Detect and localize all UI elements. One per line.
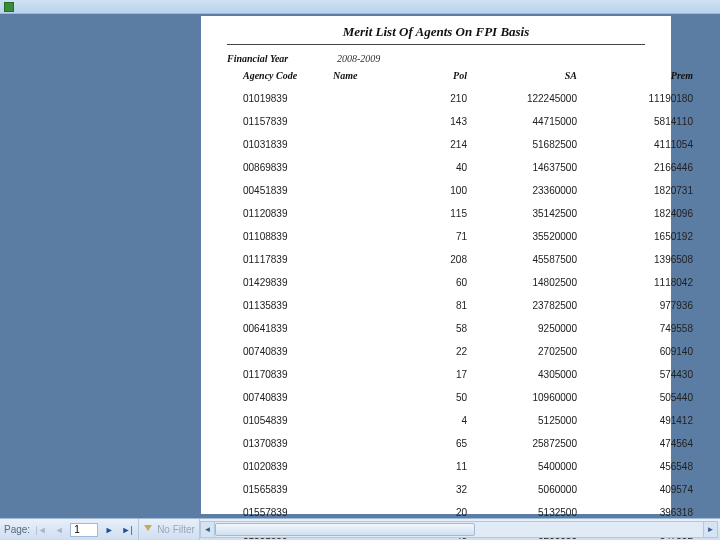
cell-sa: 14637500 (473, 158, 583, 177)
financial-year-row: Financial Year 2008-2009 (201, 51, 671, 70)
financial-year-label: Financial Year (227, 53, 337, 64)
cell-name (333, 319, 423, 338)
cell-name (333, 158, 423, 177)
title-bar (0, 0, 720, 14)
cell-name (333, 480, 423, 499)
app-icon (4, 2, 14, 12)
nav-next-icon[interactable]: ► (102, 523, 116, 537)
status-bar: Page: |◄ ◄ ► ►| No Filter ◄ ► (0, 518, 720, 540)
cell-name (333, 411, 423, 430)
cell-name (333, 365, 423, 384)
cell-sa: 2702500 (473, 342, 583, 361)
col-pol: Pol (423, 70, 473, 81)
col-agency-code: Agency Code (243, 70, 333, 81)
col-sa: SA (473, 70, 583, 81)
cell-sa: 9250000 (473, 319, 583, 338)
cell-sa: 35142500 (473, 204, 583, 223)
cell-sa: 51682500 (473, 135, 583, 154)
cell-prem: 977936 (583, 296, 693, 315)
cell-code: 01108839 (243, 227, 333, 246)
cell-prem: 1118042 (583, 273, 693, 292)
cell-code: 01429839 (243, 273, 333, 292)
cell-prem: 609140 (583, 342, 693, 361)
nav-prev-icon[interactable]: ◄ (52, 523, 66, 537)
table-row: 01117839208455875001396508 (201, 248, 671, 271)
report-page: Merit List Of Agents On FPI Basis Financ… (201, 16, 671, 514)
cell-code: 01370839 (243, 434, 333, 453)
cell-code: 01557839 (243, 503, 333, 522)
cell-code: 01054839 (243, 411, 333, 430)
scroll-thumb[interactable] (215, 523, 475, 536)
cell-code: 00869839 (243, 158, 333, 177)
cell-pol: 115 (423, 204, 473, 223)
table-row: 011358398123782500977936 (201, 294, 671, 317)
cell-pol: 11 (423, 457, 473, 476)
cell-sa: 23782500 (473, 296, 583, 315)
cell-pol: 210 (423, 89, 473, 108)
cell-prem: 4111054 (583, 135, 693, 154)
cell-code: 00740839 (243, 342, 333, 361)
table-row: 01031839214516825004111054 (201, 133, 671, 156)
table-row: 007408395010960000505440 (201, 386, 671, 409)
table-row: 01157839143447150005814110 (201, 110, 671, 133)
table-row: 0101983921012224500011190180 (201, 87, 671, 110)
cell-pol: 60 (423, 273, 473, 292)
table-row: 013708396525872500474564 (201, 432, 671, 455)
cell-name (333, 181, 423, 200)
cell-pol: 100 (423, 181, 473, 200)
table-row: 0086983940146375002166446 (201, 156, 671, 179)
cell-sa: 44715000 (473, 112, 583, 131)
table-row: 01020839115400000456548 (201, 455, 671, 478)
cell-code: 01170839 (243, 365, 333, 384)
cell-prem: 505440 (583, 388, 693, 407)
table-row: 0105483945125000491412 (201, 409, 671, 432)
cell-sa: 5060000 (473, 480, 583, 499)
nav-last-icon[interactable]: ►| (120, 523, 134, 537)
table-row: 0110883971355200001650192 (201, 225, 671, 248)
cell-prem: 396318 (583, 503, 693, 522)
table-row: 00740839222702500609140 (201, 340, 671, 363)
cell-name (333, 227, 423, 246)
page-label: Page: (4, 524, 30, 535)
cell-prem: 749558 (583, 319, 693, 338)
cell-name (333, 388, 423, 407)
cell-prem: 409574 (583, 480, 693, 499)
cell-prem: 574430 (583, 365, 693, 384)
cell-pol: 50 (423, 388, 473, 407)
cell-sa: 122245000 (473, 89, 583, 108)
cell-prem: 11190180 (583, 89, 693, 108)
cell-name (333, 273, 423, 292)
cell-prem: 474564 (583, 434, 693, 453)
page-navigator: Page: |◄ ◄ ► ►| (0, 519, 139, 540)
table-row: 00641839589250000749558 (201, 317, 671, 340)
cell-pol: 32 (423, 480, 473, 499)
cell-sa: 4305000 (473, 365, 583, 384)
cell-sa: 45587500 (473, 250, 583, 269)
cell-code: 01020839 (243, 457, 333, 476)
cell-code: 01117839 (243, 250, 333, 269)
cell-pol: 81 (423, 296, 473, 315)
cell-prem: 2166446 (583, 158, 693, 177)
cell-code: 01019839 (243, 89, 333, 108)
cell-prem: 491412 (583, 411, 693, 430)
cell-sa: 25872500 (473, 434, 583, 453)
cell-prem: 1650192 (583, 227, 693, 246)
cell-sa: 10960000 (473, 388, 583, 407)
report-title: Merit List Of Agents On FPI Basis (201, 16, 671, 44)
horizontal-scrollbar[interactable]: ◄ ► (200, 521, 718, 538)
cell-pol: 20 (423, 503, 473, 522)
cell-name (333, 503, 423, 522)
page-input[interactable] (70, 523, 98, 537)
table-row: 00451839100233600001820731 (201, 179, 671, 202)
filter-status[interactable]: No Filter (139, 519, 200, 540)
cell-prem: 1824096 (583, 204, 693, 223)
nav-first-icon[interactable]: |◄ (34, 523, 48, 537)
scroll-left-icon[interactable]: ◄ (201, 522, 215, 537)
cell-code: 01120839 (243, 204, 333, 223)
col-name: Name (333, 70, 423, 81)
scroll-right-icon[interactable]: ► (703, 522, 717, 537)
cell-prem: 456548 (583, 457, 693, 476)
cell-pol: 214 (423, 135, 473, 154)
cell-name (333, 434, 423, 453)
cell-name (333, 89, 423, 108)
